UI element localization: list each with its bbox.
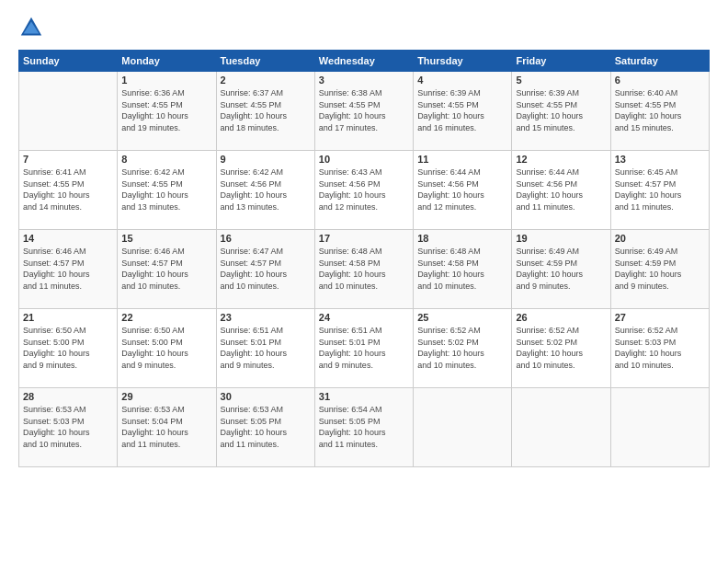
day-number: 6 (615, 75, 705, 86)
calendar-cell: 21Sunrise: 6:50 AM Sunset: 5:00 PM Dayli… (19, 309, 118, 388)
cell-content: Sunrise: 6:53 AM Sunset: 5:05 PM Dayligh… (221, 404, 311, 450)
day-number: 11 (417, 154, 507, 165)
cell-content: Sunrise: 6:51 AM Sunset: 5:01 PM Dayligh… (319, 325, 409, 371)
day-number: 13 (615, 154, 705, 165)
weekday-header-row: SundayMondayTuesdayWednesdayThursdayFrid… (19, 51, 710, 72)
day-number: 7 (23, 154, 113, 165)
calendar-page: SundayMondayTuesdayWednesdayThursdayFrid… (0, 0, 728, 563)
day-number: 28 (23, 391, 113, 402)
header (18, 15, 710, 40)
calendar-cell: 15Sunrise: 6:46 AM Sunset: 4:57 PM Dayli… (118, 230, 216, 309)
calendar-cell: 7Sunrise: 6:41 AM Sunset: 4:55 PM Daylig… (19, 151, 118, 230)
day-number: 23 (221, 312, 311, 323)
calendar-cell: 1Sunrise: 6:36 AM Sunset: 4:55 PM Daylig… (118, 72, 216, 151)
calendar-cell: 29Sunrise: 6:53 AM Sunset: 5:04 PM Dayli… (118, 388, 216, 467)
day-number: 22 (121, 312, 211, 323)
day-number: 14 (23, 233, 113, 244)
cell-content: Sunrise: 6:52 AM Sunset: 5:02 PM Dayligh… (417, 325, 507, 371)
cell-content: Sunrise: 6:50 AM Sunset: 5:00 PM Dayligh… (23, 325, 113, 371)
calendar-cell: 24Sunrise: 6:51 AM Sunset: 5:01 PM Dayli… (314, 309, 413, 388)
calendar-cell: 4Sunrise: 6:39 AM Sunset: 4:55 PM Daylig… (414, 72, 512, 151)
calendar-cell: 8Sunrise: 6:42 AM Sunset: 4:55 PM Daylig… (118, 151, 216, 230)
cell-content: Sunrise: 6:48 AM Sunset: 4:58 PM Dayligh… (417, 246, 507, 292)
cell-content: Sunrise: 6:39 AM Sunset: 4:55 PM Dayligh… (516, 87, 606, 133)
cell-content: Sunrise: 6:42 AM Sunset: 4:56 PM Dayligh… (221, 167, 311, 213)
weekday-header-friday: Friday (512, 51, 610, 72)
day-number: 1 (121, 75, 211, 86)
day-number: 19 (516, 233, 606, 244)
calendar-week-row: 21Sunrise: 6:50 AM Sunset: 5:00 PM Dayli… (19, 309, 710, 388)
cell-content: Sunrise: 6:52 AM Sunset: 5:03 PM Dayligh… (615, 325, 705, 371)
calendar-week-row: 28Sunrise: 6:53 AM Sunset: 5:03 PM Dayli… (19, 388, 710, 467)
cell-content: Sunrise: 6:43 AM Sunset: 4:56 PM Dayligh… (319, 167, 409, 213)
cell-content: Sunrise: 6:49 AM Sunset: 4:59 PM Dayligh… (516, 246, 606, 292)
weekday-header-wednesday: Wednesday (314, 51, 413, 72)
cell-content: Sunrise: 6:42 AM Sunset: 4:55 PM Dayligh… (121, 167, 211, 213)
calendar-cell: 5Sunrise: 6:39 AM Sunset: 4:55 PM Daylig… (512, 72, 610, 151)
weekday-header-tuesday: Tuesday (216, 51, 314, 72)
calendar-cell (512, 388, 610, 467)
cell-content: Sunrise: 6:54 AM Sunset: 5:05 PM Dayligh… (319, 404, 409, 450)
cell-content: Sunrise: 6:39 AM Sunset: 4:55 PM Dayligh… (417, 87, 507, 133)
day-number: 9 (221, 154, 311, 165)
calendar-body: 1Sunrise: 6:36 AM Sunset: 4:55 PM Daylig… (19, 72, 710, 467)
calendar-cell: 2Sunrise: 6:37 AM Sunset: 4:55 PM Daylig… (216, 72, 314, 151)
calendar-cell: 6Sunrise: 6:40 AM Sunset: 4:55 PM Daylig… (610, 72, 709, 151)
day-number: 10 (319, 154, 409, 165)
day-number: 25 (417, 312, 507, 323)
day-number: 27 (615, 312, 705, 323)
calendar-cell: 25Sunrise: 6:52 AM Sunset: 5:02 PM Dayli… (414, 309, 512, 388)
calendar-week-row: 7Sunrise: 6:41 AM Sunset: 4:55 PM Daylig… (19, 151, 710, 230)
day-number: 2 (221, 75, 311, 86)
calendar-cell: 9Sunrise: 6:42 AM Sunset: 4:56 PM Daylig… (216, 151, 314, 230)
cell-content: Sunrise: 6:48 AM Sunset: 4:58 PM Dayligh… (319, 246, 409, 292)
calendar-cell: 3Sunrise: 6:38 AM Sunset: 4:55 PM Daylig… (314, 72, 413, 151)
calendar-cell: 12Sunrise: 6:44 AM Sunset: 4:56 PM Dayli… (512, 151, 610, 230)
cell-content: Sunrise: 6:40 AM Sunset: 4:55 PM Dayligh… (615, 87, 705, 133)
weekday-header-thursday: Thursday (414, 51, 512, 72)
day-number: 20 (615, 233, 705, 244)
calendar-cell: 11Sunrise: 6:44 AM Sunset: 4:56 PM Dayli… (414, 151, 512, 230)
day-number: 3 (319, 75, 409, 86)
cell-content: Sunrise: 6:44 AM Sunset: 4:56 PM Dayligh… (417, 167, 507, 213)
cell-content: Sunrise: 6:46 AM Sunset: 4:57 PM Dayligh… (23, 246, 113, 292)
calendar-cell: 26Sunrise: 6:52 AM Sunset: 5:02 PM Dayli… (512, 309, 610, 388)
calendar-cell: 16Sunrise: 6:47 AM Sunset: 4:57 PM Dayli… (216, 230, 314, 309)
calendar-cell (610, 388, 709, 467)
day-number: 30 (221, 391, 311, 402)
day-number: 17 (319, 233, 409, 244)
day-number: 16 (221, 233, 311, 244)
day-number: 21 (23, 312, 113, 323)
calendar-cell: 18Sunrise: 6:48 AM Sunset: 4:58 PM Dayli… (414, 230, 512, 309)
cell-content: Sunrise: 6:51 AM Sunset: 5:01 PM Dayligh… (221, 325, 311, 371)
calendar-cell: 27Sunrise: 6:52 AM Sunset: 5:03 PM Dayli… (610, 309, 709, 388)
calendar-cell (414, 388, 512, 467)
cell-content: Sunrise: 6:36 AM Sunset: 4:55 PM Dayligh… (121, 87, 211, 133)
calendar-cell: 17Sunrise: 6:48 AM Sunset: 4:58 PM Dayli… (314, 230, 413, 309)
cell-content: Sunrise: 6:53 AM Sunset: 5:04 PM Dayligh… (121, 404, 211, 450)
cell-content: Sunrise: 6:47 AM Sunset: 4:57 PM Dayligh… (221, 246, 311, 292)
cell-content: Sunrise: 6:45 AM Sunset: 4:57 PM Dayligh… (615, 167, 705, 213)
calendar-cell: 20Sunrise: 6:49 AM Sunset: 4:59 PM Dayli… (610, 230, 709, 309)
calendar-cell: 23Sunrise: 6:51 AM Sunset: 5:01 PM Dayli… (216, 309, 314, 388)
weekday-header-monday: Monday (118, 51, 216, 72)
calendar-cell: 14Sunrise: 6:46 AM Sunset: 4:57 PM Dayli… (19, 230, 118, 309)
cell-content: Sunrise: 6:52 AM Sunset: 5:02 PM Dayligh… (516, 325, 606, 371)
calendar-cell: 19Sunrise: 6:49 AM Sunset: 4:59 PM Dayli… (512, 230, 610, 309)
day-number: 29 (121, 391, 211, 402)
calendar-cell: 30Sunrise: 6:53 AM Sunset: 5:05 PM Dayli… (216, 388, 314, 467)
calendar-cell: 13Sunrise: 6:45 AM Sunset: 4:57 PM Dayli… (610, 151, 709, 230)
day-number: 18 (417, 233, 507, 244)
calendar-table: SundayMondayTuesdayWednesdayThursdayFrid… (18, 50, 710, 467)
logo-icon (18, 15, 44, 40)
cell-content: Sunrise: 6:38 AM Sunset: 4:55 PM Dayligh… (319, 87, 409, 133)
weekday-header-saturday: Saturday (610, 51, 709, 72)
calendar-cell: 28Sunrise: 6:53 AM Sunset: 5:03 PM Dayli… (19, 388, 118, 467)
day-number: 8 (121, 154, 211, 165)
day-number: 31 (319, 391, 409, 402)
calendar-cell: 10Sunrise: 6:43 AM Sunset: 4:56 PM Dayli… (314, 151, 413, 230)
logo (18, 15, 48, 40)
calendar-cell: 22Sunrise: 6:50 AM Sunset: 5:00 PM Dayli… (118, 309, 216, 388)
day-number: 26 (516, 312, 606, 323)
calendar-header: SundayMondayTuesdayWednesdayThursdayFrid… (19, 51, 710, 72)
